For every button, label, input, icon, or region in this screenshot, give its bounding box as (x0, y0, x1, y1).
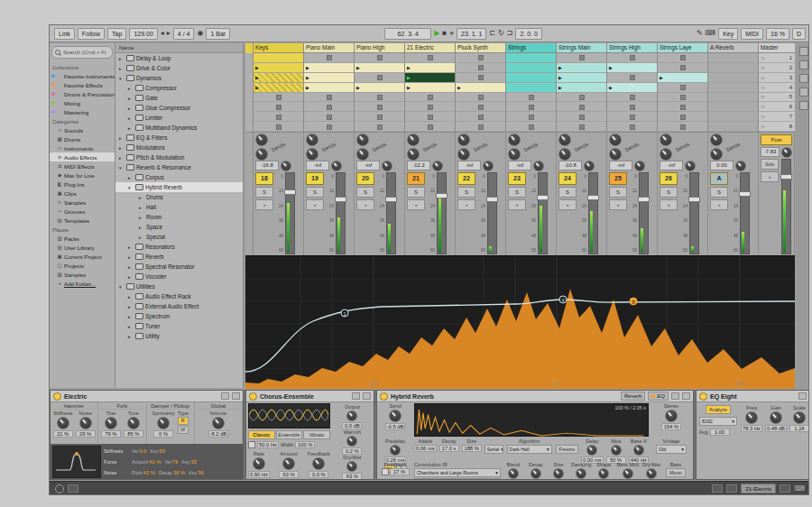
scene-slot[interactable]: ▷ 8 (759, 122, 795, 132)
tree-item[interactable]: ▾ Hybrid Reverb (115, 182, 243, 192)
param-knob[interactable] (282, 457, 295, 470)
clip-slot[interactable] (456, 53, 505, 63)
disclosure-arrow-icon[interactable]: ▸ (128, 175, 134, 180)
param-value[interactable]: 0.48 dB (765, 425, 787, 432)
clip-slot[interactable] (405, 122, 455, 132)
clip-slot[interactable] (304, 122, 354, 132)
clip-slot[interactable] (607, 93, 657, 103)
send-b-knob[interactable] (609, 148, 622, 161)
clip-slot[interactable] (506, 122, 556, 132)
mode-button[interactable]: Vibrato (303, 430, 330, 439)
nudge-up-button[interactable]: ▸ (167, 29, 171, 38)
sidebar-item[interactable]: ▦ Drums (50, 134, 115, 143)
ir-file-select[interactable]: Concrete Bar 1R▾ (414, 478, 501, 480)
tree-item[interactable]: ▸ Compressor (115, 83, 243, 93)
ir-waveform-display[interactable]: 100 % / 2.05 s (414, 403, 649, 437)
clip-slot[interactable] (557, 73, 606, 83)
master-pan-knob[interactable] (781, 147, 792, 158)
tree-item[interactable]: ▸ Multiband Dynamics (115, 123, 243, 133)
scene-play-icon[interactable]: ▷ (761, 65, 765, 70)
volume-value[interactable]: 0.00 (710, 161, 734, 171)
clip-slot[interactable] (708, 63, 758, 73)
sidebar-item[interactable]: Favorite Instruments (50, 71, 115, 80)
track-activator[interactable]: 23 (508, 172, 526, 185)
clip-slot[interactable] (456, 122, 505, 132)
master-fader-handle[interactable] (780, 174, 792, 180)
clip-slot[interactable] (658, 83, 707, 93)
send-b-knob[interactable] (255, 148, 268, 161)
clip-slot[interactable] (254, 102, 303, 112)
computer-midi-keyboard-icon[interactable]: ⌨ (706, 29, 716, 38)
scene-play-icon[interactable]: ▷ (761, 114, 765, 119)
mode-button[interactable]: Ensemble (276, 430, 303, 439)
scene-slot[interactable]: ▷ 2 (759, 63, 795, 73)
param-value[interactable]: 0.0 % (309, 471, 328, 478)
clip-slot[interactable] (304, 93, 354, 103)
pan-knob[interactable] (483, 161, 494, 171)
send-a-knob[interactable] (306, 134, 318, 146)
volume-value[interactable]: -inf (457, 161, 481, 171)
param-value[interactable]: 29 % (76, 430, 96, 438)
track-activator[interactable]: A (710, 172, 728, 185)
send-b-knob[interactable] (407, 148, 420, 161)
record-button[interactable]: ● (449, 29, 454, 38)
clip-slot[interactable] (254, 93, 303, 103)
param-value[interactable]: 78.3 Hz (741, 425, 762, 432)
disclosure-arrow-icon[interactable]: ▸ (128, 304, 134, 309)
mode-button[interactable]: Classic (248, 430, 275, 439)
send-knob[interactable] (389, 410, 401, 422)
scene-play-icon[interactable]: ▷ (761, 75, 765, 80)
save-preset-icon[interactable] (363, 392, 371, 400)
pan-knob[interactable] (382, 161, 392, 171)
param-value[interactable]: 0.0 dB (342, 422, 362, 429)
clip-slot[interactable] (607, 102, 657, 112)
fader-handle[interactable] (688, 197, 700, 202)
send-a-knob[interactable] (356, 134, 369, 146)
disclosure-arrow-icon[interactable]: ▸ (119, 56, 125, 61)
tree-item[interactable]: ▸ Audio Effect Rack (115, 291, 243, 301)
volume-fader[interactable] (538, 172, 548, 254)
clip-slot[interactable] (607, 122, 657, 132)
clip-slot[interactable] (557, 102, 606, 112)
clip-slot[interactable] (405, 63, 455, 73)
matrix-cell-value[interactable]: 79 (172, 459, 178, 465)
track-activator[interactable]: 24 (558, 172, 577, 185)
punch-out-icon[interactable]: ⊐ (507, 29, 513, 38)
pan-knob[interactable] (685, 161, 696, 171)
tree-item[interactable]: ▾ Reverb & Resonance (115, 162, 243, 172)
clip-slot[interactable] (355, 73, 404, 83)
clip-slot[interactable] (506, 73, 556, 83)
clip-slot[interactable] (708, 93, 758, 103)
hot-swap-icon[interactable] (798, 392, 807, 400)
tree-item[interactable]: ▸ Corpus (115, 172, 243, 182)
track-header[interactable]: Strings High (607, 43, 657, 53)
disclosure-arrow-icon[interactable]: ▸ (128, 294, 134, 300)
sidebar-item[interactable]: + Add Folder... (50, 279, 115, 288)
clip-slot[interactable] (708, 112, 758, 122)
arm-button[interactable]: ● (407, 199, 425, 210)
follow-button[interactable]: Follow (78, 28, 105, 40)
clip-slot[interactable] (557, 112, 606, 122)
preview-toggle-icon[interactable] (55, 484, 64, 493)
disclosure-arrow-icon[interactable]: ▸ (119, 135, 125, 141)
matrix-cell-value[interactable]: 35 (190, 459, 196, 465)
hot-swap-icon[interactable] (221, 392, 229, 400)
loop-length-field[interactable]: 2. 0. 0 (515, 28, 541, 40)
param-value[interactable]: 1.24 (789, 425, 809, 432)
scene-slot[interactable]: ▷ 5 (759, 93, 795, 103)
bass-mono-button[interactable]: Mono (666, 468, 686, 477)
disclosure-arrow-icon[interactable]: ▸ (119, 155, 125, 161)
mixer-toggle-icon[interactable] (799, 101, 808, 110)
clip-slot[interactable] (658, 122, 707, 132)
disclosure-arrow-icon[interactable]: ▸ (139, 235, 144, 240)
tree-item[interactable]: ▸ Vocoder (115, 272, 243, 281)
clip-slot[interactable] (708, 73, 758, 83)
clip-slot[interactable] (506, 112, 556, 122)
send-value[interactable]: -0.5 dB (385, 423, 406, 430)
scene-slot[interactable]: ▷ 1 (759, 53, 795, 63)
arm-button[interactable]: ● (306, 199, 324, 210)
param-value[interactable]: 63 % (342, 473, 362, 480)
fader-handle[interactable] (436, 193, 448, 198)
clip-slot[interactable] (405, 53, 455, 63)
eq-band-node[interactable]: 1 (341, 309, 349, 318)
